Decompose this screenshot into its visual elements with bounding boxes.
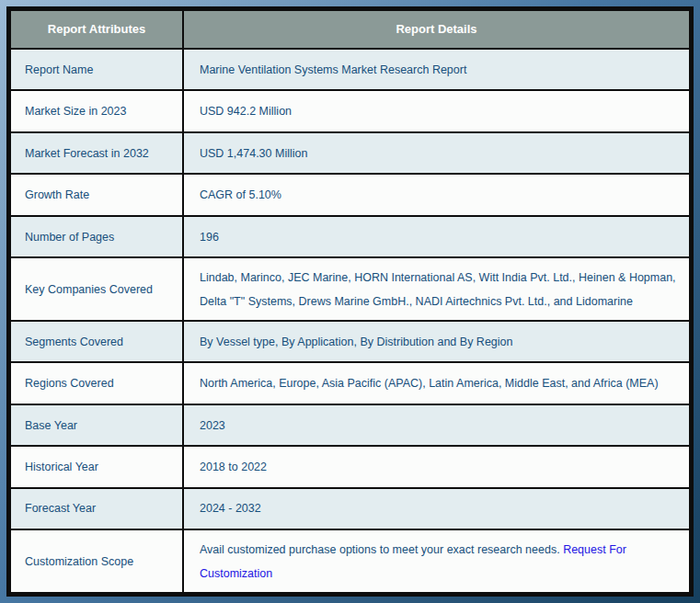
detail-cell: CAGR of 5.10%	[183, 174, 690, 215]
table-row: Number of Pages 196	[10, 216, 690, 257]
attribute-cell: Customization Scope	[10, 529, 183, 593]
attribute-cell: Key Companies Covered	[10, 257, 183, 321]
detail-cell: 2023	[183, 404, 690, 446]
detail-text: 2018 to 2022	[200, 461, 267, 473]
table-row: Market Forecast in 2032 USD 1,474.30 Mil…	[10, 132, 690, 174]
attribute-cell: Growth Rate	[10, 174, 183, 215]
detail-text: USD 1,474.30 Million	[200, 147, 307, 160]
attribute-cell: Number of Pages	[10, 216, 183, 257]
detail-cell: Marine Ventilation Systems Market Resear…	[183, 49, 690, 90]
detail-cell: By Vessel type, By Application, By Distr…	[183, 321, 690, 362]
header-report-attributes: Report Attributes	[10, 10, 183, 49]
detail-cell: 2018 to 2022	[183, 446, 690, 487]
attribute-cell: Historical Year	[10, 446, 183, 487]
table-row: Forecast Year 2024 - 2032	[10, 488, 690, 529]
detail-text: 2023	[200, 419, 225, 432]
detail-cell: USD 942.2 Million	[183, 90, 690, 131]
table-row: Base Year 2023	[10, 404, 690, 446]
header-report-details: Report Details	[183, 10, 690, 49]
attribute-cell: Market Size in 2023	[10, 90, 183, 131]
attribute-cell: Market Forecast in 2032	[10, 132, 183, 174]
table-row: Report Name Marine Ventilation Systems M…	[10, 49, 690, 90]
detail-cell: North America, Europe, Asia Pacific (APA…	[183, 362, 690, 404]
attribute-cell: Forecast Year	[10, 488, 183, 529]
detail-cell: Avail customized purchase options to mee…	[183, 529, 690, 593]
window-frame: Report Attributes Report Details Report …	[0, 0, 700, 603]
detail-text: 196	[200, 231, 219, 244]
detail-text: 2024 - 2032	[200, 502, 261, 515]
detail-text: Marine Ventilation Systems Market Resear…	[200, 63, 466, 76]
table-row: Key Companies Covered Lindab, Marinco, J…	[10, 257, 690, 321]
detail-text: Lindab, Marinco, JEC Marine, HORN Intern…	[200, 271, 676, 308]
attribute-cell: Regions Covered	[10, 362, 183, 404]
attribute-cell: Report Name	[10, 49, 183, 90]
table-row: Segments Covered By Vessel type, By Appl…	[10, 321, 690, 362]
detail-cell: USD 1,474.30 Million	[183, 132, 690, 174]
table-row: Historical Year 2018 to 2022	[10, 446, 690, 487]
detail-cell: 196	[183, 216, 690, 257]
detail-cell: 2024 - 2032	[183, 488, 690, 529]
detail-text: USD 942.2 Million	[200, 105, 292, 118]
table-row: Regions Covered North America, Europe, A…	[10, 362, 690, 404]
attribute-cell: Base Year	[10, 404, 183, 446]
report-attributes-table: Report Attributes Report Details Report …	[9, 9, 691, 594]
detail-text: Avail customized purchase options to mee…	[200, 543, 563, 556]
detail-text: By Vessel type, By Application, By Distr…	[200, 336, 512, 348]
attribute-cell: Segments Covered	[10, 321, 183, 362]
table-row: Growth Rate CAGR of 5.10%	[10, 174, 690, 215]
table-row: Customization Scope Avail customized pur…	[10, 529, 690, 593]
detail-text: North America, Europe, Asia Pacific (APA…	[200, 377, 659, 390]
detail-text: CAGR of 5.10%	[200, 188, 281, 201]
table-row: Market Size in 2023 USD 942.2 Million	[10, 90, 690, 131]
table-header-row: Report Attributes Report Details	[10, 10, 690, 49]
report-summary-table: Report Attributes Report Details Report …	[6, 6, 694, 597]
detail-cell: Lindab, Marinco, JEC Marine, HORN Intern…	[183, 257, 690, 321]
